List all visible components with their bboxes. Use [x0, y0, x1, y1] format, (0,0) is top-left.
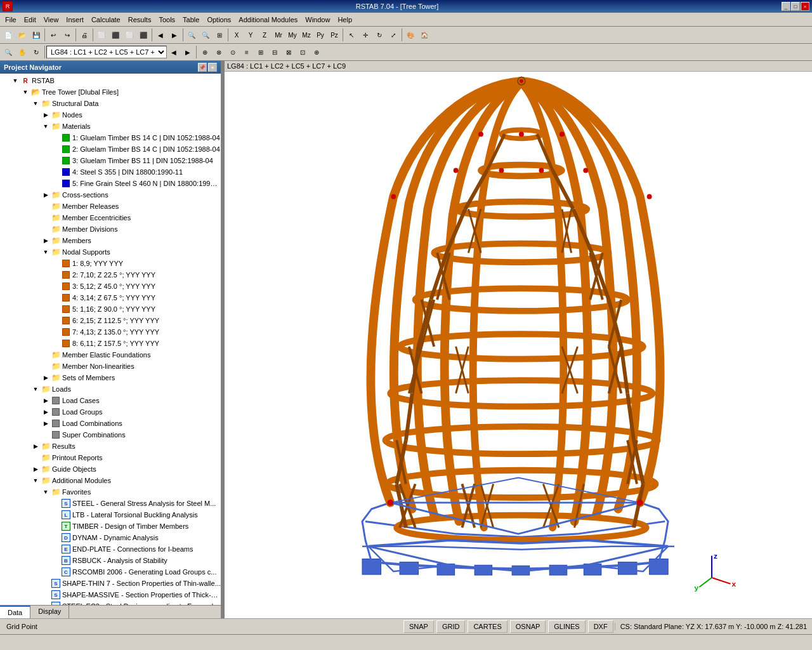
snap-button[interactable]: SNAP	[403, 620, 434, 633]
tree-cross-sections[interactable]: ▶ 📁 Cross-sections	[0, 189, 221, 201]
view4[interactable]: Mr	[272, 28, 285, 42]
menu-item-options[interactable]: Options	[203, 15, 235, 25]
tool-i[interactable]: ⊕	[310, 45, 324, 59]
print-button[interactable]: 🖨	[77, 28, 91, 42]
tree-member-eccentricities[interactable]: 📁 Member Eccentricities	[0, 212, 221, 223]
tree-mat-3[interactable]: 3: Gluelam Timber BS 11 | DIN 1052:1988-…	[0, 155, 221, 166]
tree-fav-ltb[interactable]: L LTB - Lateral Torsional Buckling Analy…	[0, 509, 221, 521]
tree-shape-thin[interactable]: S SHAPE-THIN 7 - Section Properties of T…	[0, 578, 221, 589]
tree-materials[interactable]: ▼ 📁 Materials	[0, 121, 221, 132]
zoom-out[interactable]: 🔍	[199, 28, 213, 42]
prev-combo[interactable]: ◀	[167, 45, 181, 59]
view3[interactable]: Z	[258, 28, 272, 42]
pan-btn[interactable]: ✋	[15, 45, 29, 59]
tree-ns-7[interactable]: 7: 4,13; Z 135.0 °; YYY YYY	[0, 326, 221, 338]
prev-button[interactable]: ◀	[154, 28, 167, 42]
nav-close-button[interactable]: ×	[208, 63, 217, 72]
tree-super-combinations[interactable]: Super Combinations	[0, 429, 221, 441]
expand-loads[interactable]: ▼	[30, 386, 41, 392]
tree-load-groups[interactable]: ▶ Load Groups	[0, 406, 221, 418]
tool4[interactable]: ⬛	[136, 28, 150, 42]
view6[interactable]: Mz	[299, 28, 313, 42]
expand-am[interactable]: ▼	[30, 477, 41, 484]
tree-fav-dynam[interactable]: D DYNAM - Dynamic Analysis	[0, 532, 221, 543]
view2[interactable]: Y	[244, 28, 258, 42]
view8[interactable]: Pz	[327, 28, 341, 42]
move-tool[interactable]: ✛	[358, 28, 372, 42]
menu-item-view[interactable]: View	[40, 15, 63, 25]
tree-printout-reports[interactable]: 📁 Printout Reports	[0, 452, 221, 463]
tree-fav-steel[interactable]: S STEEL - General Stress Analysis for St…	[0, 498, 221, 509]
tool-b[interactable]: ⊗	[212, 45, 226, 59]
minimize-button[interactable]: _	[782, 2, 790, 11]
tree-ns-8[interactable]: 8: 6,11; Z 157.5 °; YYY YYY	[0, 338, 221, 349]
tree-member-elastic[interactable]: 📁 Member Elastic Foundations	[0, 349, 221, 361]
menu-item-insert[interactable]: Insert	[62, 15, 88, 25]
cartes-button[interactable]: CARTES	[468, 620, 507, 633]
menu-item-tools[interactable]: Tools	[155, 15, 179, 25]
tree-loads[interactable]: ▼ 📁 Loads	[0, 383, 221, 395]
tab-display[interactable]: Display	[30, 606, 69, 618]
tree-favorites[interactable]: ▼ 📁 Favorites	[0, 486, 221, 498]
tool3[interactable]: ⬜	[122, 28, 136, 42]
expand-lco[interactable]: ▶	[41, 420, 51, 427]
tree-fav-rscombi[interactable]: C RSCOMBI 2006 - Generating Load Groups …	[0, 566, 221, 578]
glines-button[interactable]: GLINES	[548, 620, 585, 633]
maximize-button[interactable]: □	[791, 2, 800, 11]
menu-item-results[interactable]: Results	[124, 15, 155, 25]
tool2[interactable]: ⬛	[108, 28, 122, 42]
tree-ns-4[interactable]: 4: 3,14; Z 67.5 °; YYY YYY	[0, 292, 221, 303]
tab-data[interactable]: Data	[0, 606, 30, 618]
undo-button[interactable]: ↩	[46, 28, 60, 42]
tool1[interactable]: ⬜	[95, 28, 108, 42]
menu-item-file[interactable]: File	[1, 15, 20, 25]
osnap-button[interactable]: OSNAP	[510, 620, 546, 633]
menu-item-table[interactable]: Table	[179, 15, 203, 25]
rotate-tool[interactable]: ↻	[372, 28, 386, 42]
expand-cs[interactable]: ▶	[41, 192, 51, 198]
expand-members[interactable]: ▶	[41, 237, 51, 244]
tree-member-nonlin[interactable]: 📁 Member Non-linearities	[0, 361, 221, 372]
scale-tool[interactable]: ⤢	[386, 28, 400, 42]
expand-fav[interactable]: ▼	[41, 489, 51, 495]
tree-ns-2[interactable]: 2: 7,10; Z 22.5 °; YYY YYY	[0, 269, 221, 281]
tree-fav-endplate[interactable]: E END-PLATE - Connections for I-beams	[0, 543, 221, 555]
tree-mat-5[interactable]: 5: Fine Grain Steel S 460 N | DIN 18800:…	[0, 178, 221, 189]
view5[interactable]: My	[285, 28, 299, 42]
select-tool[interactable]: ↖	[344, 28, 358, 42]
zoom-in[interactable]: 🔍	[185, 28, 199, 42]
tree-project[interactable]: ▼ 📂 Tree Tower [Dlubal Files]	[0, 86, 221, 98]
tree-ns-1[interactable]: 1: 8,9; YYY YYY	[0, 258, 221, 269]
zoom-all[interactable]: ⊞	[213, 28, 226, 42]
open-button[interactable]: 📂	[15, 28, 29, 42]
viewport-canvas[interactable]: z x y	[225, 72, 812, 615]
expand-som[interactable]: ▶	[41, 375, 51, 381]
zoom-btn[interactable]: 🔍	[1, 45, 15, 59]
tool-g[interactable]: ⊠	[282, 45, 296, 59]
tree-results[interactable]: ▶ 📁 Results	[0, 441, 221, 452]
expand-structural[interactable]: ▼	[30, 100, 41, 107]
nav-pin-button[interactable]: 📌	[198, 63, 207, 72]
expand-materials[interactable]: ▼	[41, 123, 51, 129]
view7[interactable]: Py	[313, 28, 327, 42]
expand-lc[interactable]: ▶	[41, 397, 51, 404]
next-combo[interactable]: ▶	[181, 45, 195, 59]
expand-project[interactable]: ▼	[20, 89, 30, 95]
close-button[interactable]: ×	[801, 2, 809, 11]
new-button[interactable]: 📄	[1, 28, 15, 42]
menu-item-additional-modules[interactable]: Additional Modules	[235, 15, 301, 25]
tree-guide-objects[interactable]: ▶ 📁 Guide Objects	[0, 463, 221, 475]
menu-item-calculate[interactable]: Calculate	[88, 15, 124, 25]
tree-mat-4[interactable]: 4: Steel S 355 | DIN 18800:1990-11	[0, 166, 221, 178]
tool-f[interactable]: ⊟	[268, 45, 282, 59]
tree-ns-6[interactable]: 6: 2,15; Z 112.5 °; YYY YYY	[0, 315, 221, 326]
save-button[interactable]: 💾	[29, 28, 43, 42]
tree-mat-1[interactable]: 1: Gluelam Timber BS 14 C | DIN 1052:198…	[0, 132, 221, 143]
tree-members[interactable]: ▶ 📁 Members	[0, 235, 221, 246]
tree-load-cases[interactable]: ▶ Load Cases	[0, 395, 221, 406]
expand-go[interactable]: ▶	[30, 466, 41, 472]
tool-c[interactable]: ⊙	[226, 45, 240, 59]
tree-nodes[interactable]: ▶ 📁 Nodes	[0, 109, 221, 121]
menu-item-help[interactable]: Help	[334, 15, 356, 25]
tree-mat-2[interactable]: 2: Gluelam Timber BS 14 C | DIN 1052:198…	[0, 143, 221, 155]
